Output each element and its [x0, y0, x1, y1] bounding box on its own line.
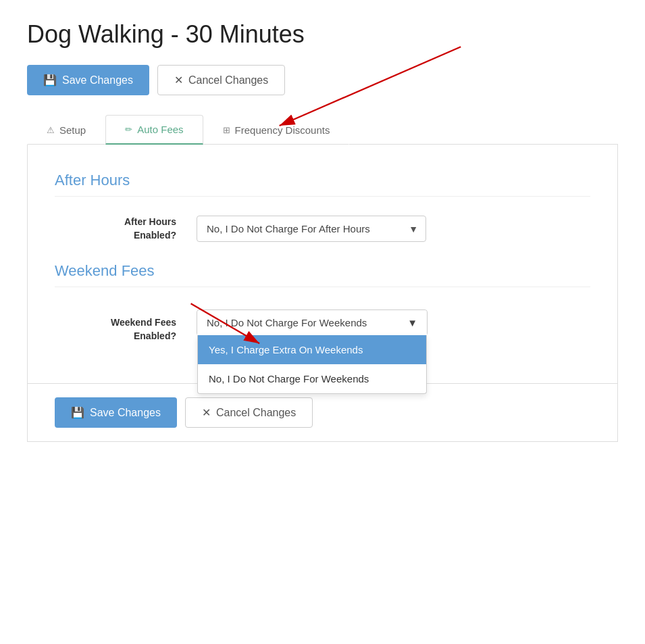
weekend-fees-dropdown[interactable]: No, I Do Not Charge For Weekends ▼ Yes, …: [197, 309, 428, 336]
tab-auto-fees[interactable]: ✏ Auto Fees: [105, 115, 203, 145]
tab-frequency-discounts[interactable]: ⊞ Frequency Discounts: [203, 115, 350, 145]
after-hours-select-wrapper: No, I Do Not Charge For After Hours Yes,…: [197, 216, 426, 242]
weekend-fees-section: Weekend Fees Weekend FeesEnabled? No, I …: [55, 262, 590, 343]
cancel-changes-button-top[interactable]: ✕ Cancel Changes: [157, 65, 285, 95]
weekend-option-yes[interactable]: Yes, I Charge Extra On Weekends: [198, 335, 426, 364]
page-title: Dog Walking - 30 Minutes: [27, 20, 618, 49]
weekend-fees-field-row: Weekend FeesEnabled? No, I Do Not Charge…: [55, 306, 590, 343]
weekend-option-no[interactable]: No, I Do Not Charge For Weekends: [198, 364, 426, 393]
tab-setup[interactable]: ⚠ Setup: [27, 115, 105, 145]
auto-fees-icon: ✏: [125, 124, 132, 134]
setup-icon: ⚠: [47, 125, 55, 135]
weekend-fees-dropdown-container: No, I Do Not Charge For Weekends ▼ Yes, …: [197, 309, 428, 336]
after-hours-label: After HoursEnabled?: [55, 216, 176, 242]
weekend-fees-chevron-icon: ▼: [407, 317, 417, 328]
freq-icon: ⊞: [223, 125, 230, 135]
after-hours-title: After Hours: [55, 172, 590, 197]
weekend-fees-title: Weekend Fees: [55, 262, 590, 287]
weekend-fees-label: Weekend FeesEnabled?: [55, 309, 176, 343]
tab-bar: ⚠ Setup ✏ Auto Fees ⊞ Frequency Discount…: [27, 114, 618, 145]
floppy-icon: 💾: [43, 74, 57, 86]
x-icon-bottom: ✕: [202, 406, 211, 419]
top-toolbar: 💾 Save Changes ✕ Cancel Changes: [27, 65, 618, 95]
save-changes-button-top[interactable]: 💾 Save Changes: [27, 65, 149, 95]
x-icon: ✕: [174, 74, 183, 86]
weekend-fees-options: Yes, I Charge Extra On Weekends No, I Do…: [197, 335, 427, 394]
after-hours-field-row: After HoursEnabled? No, I Do Not Charge …: [55, 216, 590, 242]
tab-content: After Hours After HoursEnabled? No, I Do…: [27, 145, 618, 384]
save-changes-button-bottom[interactable]: 💾 Save Changes: [55, 397, 177, 428]
after-hours-select[interactable]: No, I Do Not Charge For After Hours Yes,…: [197, 216, 426, 242]
floppy-icon-bottom: 💾: [71, 406, 84, 419]
after-hours-section: After Hours After HoursEnabled? No, I Do…: [55, 172, 590, 242]
cancel-changes-button-bottom[interactable]: ✕ Cancel Changes: [185, 397, 313, 428]
weekend-fees-dropdown-header[interactable]: No, I Do Not Charge For Weekends ▼: [197, 310, 427, 335]
